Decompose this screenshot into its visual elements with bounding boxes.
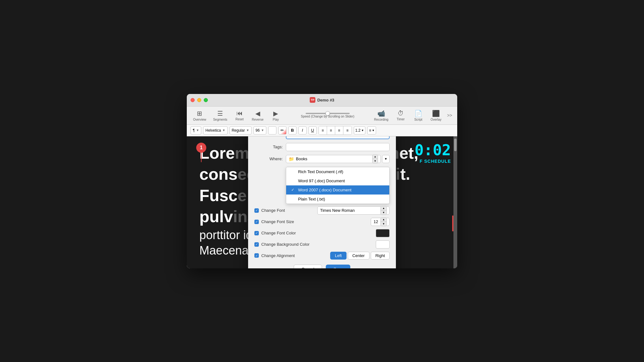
change-font-checkbox-area: Change Font: [254, 208, 317, 213]
font-size-select[interactable]: 12 ▲ ▼: [371, 218, 390, 226]
recording-button[interactable]: 📹 Recording: [372, 108, 391, 123]
font-select-value: Times New Roman: [320, 208, 355, 213]
indent-arrow-icon: ▼: [196, 129, 199, 132]
dialog-overlay: Save As: Tags: Where: 📁 Books ▲: [187, 136, 457, 268]
italic-button[interactable]: I: [298, 126, 307, 134]
overview-label: Overview: [193, 118, 206, 121]
save-button[interactable]: Save: [326, 265, 350, 268]
line-spacing-select[interactable]: 1.2 ▼: [354, 126, 366, 134]
font-stepper[interactable]: ▲ ▼: [380, 206, 387, 215]
where-label: Where:: [254, 156, 283, 161]
maximize-button[interactable]: [204, 98, 208, 102]
format-rtf-option[interactable]: Rich Text Document (.rtf): [286, 167, 389, 176]
font-name-select[interactable]: Helvetica ▼: [203, 126, 227, 134]
timer-label: Timer: [397, 118, 405, 121]
overlay-button[interactable]: ⬛ Overlay: [428, 108, 444, 123]
font-stepper-up[interactable]: ▲: [381, 206, 386, 211]
script-button[interactable]: 📄 Script: [410, 108, 426, 123]
close-button[interactable]: [191, 98, 195, 102]
font-select[interactable]: Times New Roman ▲ ▼: [317, 206, 390, 215]
highlight-button[interactable]: ✏: [278, 126, 286, 134]
font-name-arrow-icon: ▼: [222, 129, 225, 132]
dialog-buttons: Cancel Save: [254, 265, 390, 268]
reset-label: Reset: [236, 118, 244, 121]
indent-select[interactable]: ¶ ▼: [191, 126, 201, 134]
change-bg-color-checkbox[interactable]: [254, 242, 259, 247]
font-style-arrow-icon: ▼: [246, 129, 249, 132]
change-font-size-checkbox-area: Change Font Size: [254, 219, 317, 224]
overview-button[interactable]: ⊞ Overview: [191, 108, 209, 123]
where-up-arrow[interactable]: ▲: [373, 155, 378, 159]
reset-button[interactable]: ⏮ Reset: [232, 108, 247, 122]
docx-check-icon: ✓: [291, 188, 296, 192]
font-stepper-down[interactable]: ▼: [381, 211, 386, 215]
segments-button[interactable]: ☰ Segments: [211, 108, 230, 123]
change-alignment-checkbox[interactable]: [254, 253, 259, 258]
align-justify-button[interactable]: ≡: [343, 126, 352, 134]
where-arrows[interactable]: ▲ ▼: [372, 155, 378, 163]
list-arrow-icon: ▼: [372, 129, 375, 132]
where-down-arrow[interactable]: ▼: [373, 159, 378, 163]
change-font-checkbox[interactable]: [254, 208, 259, 213]
save-as-input[interactable]: [286, 136, 390, 139]
format-docx-option[interactable]: ✓ Word 2007 (.docx) Document: [286, 185, 389, 195]
where-row: Where: 📁 Books ▲ ▼ ▼: [254, 155, 390, 163]
font-size-arrow-icon: ▼: [261, 129, 264, 132]
format-txt-option[interactable]: Plain Text (.txt): [286, 195, 389, 204]
doc-label: Word 97 (.doc) Document: [298, 178, 345, 183]
speed-slider[interactable]: [306, 113, 350, 114]
underline-button[interactable]: U: [308, 126, 317, 134]
size-stepper-down[interactable]: ▼: [381, 222, 386, 226]
rtf-label: Rich Text Document (.rtf): [298, 169, 343, 174]
bold-button[interactable]: B: [288, 126, 297, 134]
change-font-color-checkbox[interactable]: [254, 231, 259, 235]
font-size-select[interactable]: 96 ▼: [253, 126, 266, 134]
align-right-dialog-button[interactable]: Right: [371, 252, 390, 260]
where-select[interactable]: 📁 Books ▲ ▼: [286, 155, 381, 163]
line-spacing-arrow-icon: ▼: [361, 129, 364, 132]
change-font-color-label: Change Font Color: [261, 231, 296, 235]
alignment-group: ≡ ≡ ≡ ≡: [319, 126, 352, 135]
timer-button[interactable]: ⏱ Timer: [393, 108, 408, 122]
list-format-select[interactable]: ≡ ▼: [367, 126, 376, 134]
cancel-button[interactable]: Cancel: [294, 265, 322, 268]
tags-input[interactable]: [286, 143, 390, 151]
font-color-swatch[interactable]: [268, 126, 276, 134]
size-stepper-up[interactable]: ▲: [381, 218, 386, 222]
minimize-button[interactable]: [197, 98, 201, 102]
recording-label: Recording: [374, 118, 389, 121]
change-bg-color-label: Change Background Color: [261, 242, 309, 247]
format-doc-option[interactable]: Word 97 (.doc) Document: [286, 176, 389, 185]
save-as-row: Save As:: [254, 136, 390, 139]
change-font-color-row: Change Font Color: [254, 229, 390, 237]
script-icon: 📄: [414, 110, 422, 117]
align-left-dialog-button[interactable]: Left: [330, 252, 347, 260]
play-button[interactable]: ▶ Play: [268, 108, 284, 123]
segments-icon: ☰: [217, 110, 223, 117]
change-font-color-checkbox-area: Change Font Color: [254, 231, 317, 235]
reverse-button[interactable]: ◀ Reverse: [249, 108, 266, 123]
align-left-button[interactable]: ≡: [319, 126, 327, 134]
where-text: Books: [296, 156, 370, 161]
slide-number: 1: [196, 143, 206, 153]
align-center-dialog-button[interactable]: Center: [348, 252, 369, 260]
toolbar: ⊞ Overview ☰ Segments ⏮ Reset ◀ Reverse …: [187, 107, 457, 125]
toolbar-more-button[interactable]: >>: [446, 112, 453, 119]
txt-label: Plain Text (.txt): [298, 197, 325, 201]
change-font-size-checkbox[interactable]: [254, 220, 259, 224]
where-expand-button[interactable]: ▼: [382, 155, 390, 163]
title-bar: TP Demo #3: [187, 94, 457, 107]
bg-color-swatch[interactable]: [376, 240, 390, 249]
bg-color-control: [317, 240, 390, 249]
align-right-button[interactable]: ≡: [335, 126, 343, 134]
font-color-swatch[interactable]: [376, 229, 390, 237]
content-area: 1 Lorem ipsum dolor sit amet, consectetu…: [187, 136, 457, 268]
main-window: TP Demo #3 ⊞ Overview ☰ Segments ⏮ Reset…: [187, 94, 457, 268]
timer-icon: ⏱: [397, 110, 404, 117]
change-alignment-checkbox-area: Change Alignment: [254, 253, 317, 258]
tags-row: Tags:: [254, 143, 390, 151]
change-alignment-row: Change Alignment Left Center Right: [254, 252, 390, 260]
align-center-button[interactable]: ≡: [327, 126, 335, 134]
size-stepper[interactable]: ▲ ▼: [380, 217, 387, 226]
font-style-select[interactable]: Regular ▼: [230, 126, 252, 134]
